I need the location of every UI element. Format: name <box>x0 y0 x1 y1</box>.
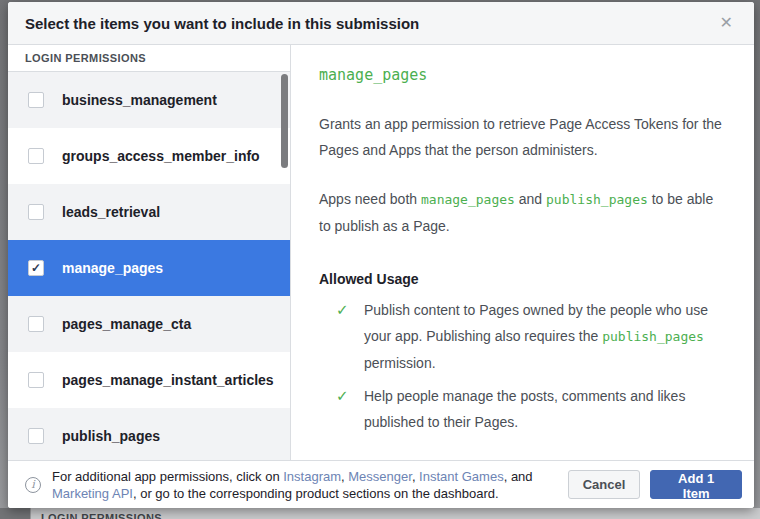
checkbox[interactable] <box>28 148 44 164</box>
checkbox-checked[interactable]: ✓ <box>28 260 44 276</box>
sidebar-item-publish-pages[interactable]: publish_pages <box>8 408 290 460</box>
dialog-header: Select the items you want to include in … <box>8 2 754 45</box>
scrollbar-thumb[interactable] <box>281 74 288 168</box>
inline-code: manage_pages <box>421 192 515 207</box>
dialog-title: Select the items you want to include in … <box>25 15 419 32</box>
background-page: LOGIN PERMISSIONS <box>0 508 760 519</box>
login-permissions-header: LOGIN PERMISSIONS <box>8 45 290 72</box>
instant-games-link[interactable]: Instant Games <box>419 469 504 484</box>
inline-code: publish_pages <box>546 192 648 207</box>
permission-description: Grants an app permission to retrieve Pag… <box>319 111 726 163</box>
cancel-button[interactable]: Cancel <box>568 470 641 499</box>
checkbox[interactable] <box>28 204 44 220</box>
background-section-label: LOGIN PERMISSIONS <box>41 512 162 519</box>
footer-note: For additional app permissions, click on… <box>52 468 568 502</box>
add-item-button[interactable]: Add 1 Item <box>650 470 742 499</box>
checkbox[interactable] <box>28 428 44 444</box>
dialog-footer: i For additional app permissions, click … <box>8 460 754 508</box>
checkbox[interactable] <box>28 92 44 108</box>
permissions-list: business_management groups_access_member… <box>8 72 290 460</box>
close-icon[interactable]: ✕ <box>716 13 737 33</box>
permission-requirement-note: Apps need both manage_pages and publish_… <box>319 186 726 239</box>
allowed-usage-heading: Allowed Usage <box>319 271 726 287</box>
permission-label: groups_access_member_info <box>62 148 260 164</box>
permission-label: publish_pages <box>62 428 160 444</box>
permissions-list-panel: LOGIN PERMISSIONS business_management gr… <box>8 45 291 460</box>
permission-label: manage_pages <box>62 260 163 276</box>
sidebar-item-groups-access-member-info[interactable]: groups_access_member_info <box>8 128 290 184</box>
checkbox[interactable] <box>28 372 44 388</box>
sidebar-item-business-management[interactable]: business_management <box>8 72 290 128</box>
permission-detail-panel: manage_pages Grants an app permission to… <box>291 45 754 460</box>
sidebar-item-leads-retrieval[interactable]: leads_retrieval <box>8 184 290 240</box>
instagram-link[interactable]: Instagram <box>283 469 341 484</box>
dialog-body: LOGIN PERMISSIONS business_management gr… <box>8 45 754 460</box>
info-icon: i <box>25 477 41 493</box>
usage-text: Help people manage the posts, comments a… <box>364 383 726 435</box>
sidebar-item-pages-manage-instant-articles[interactable]: pages_manage_instant_articles <box>8 352 290 408</box>
permission-label: pages_manage_instant_articles <box>62 372 274 388</box>
sidebar-item-pages-manage-cta[interactable]: pages_manage_cta <box>8 296 290 352</box>
marketing-api-link[interactable]: Marketing API <box>52 486 133 501</box>
sidebar-item-manage-pages[interactable]: ✓ manage_pages <box>8 240 290 296</box>
check-icon: ✓ <box>336 297 351 376</box>
permission-label: business_management <box>62 92 217 108</box>
checkbox[interactable] <box>28 316 44 332</box>
usage-text: Publish content to Pages owned by the pe… <box>364 297 726 376</box>
footer-buttons: Cancel Add 1 Item <box>568 470 742 499</box>
submission-dialog: Select the items you want to include in … <box>8 2 754 508</box>
usage-item: ✓ Help people manage the posts, comments… <box>319 383 726 435</box>
inline-code: publish_pages <box>602 329 704 344</box>
check-icon: ✓ <box>336 383 351 435</box>
permission-title: manage_pages <box>319 66 726 84</box>
usage-item: ✓ Publish content to Pages owned by the … <box>319 297 726 376</box>
permission-label: leads_retrieval <box>62 204 160 220</box>
permission-label: pages_manage_cta <box>62 316 191 332</box>
messenger-link[interactable]: Messenger <box>348 469 412 484</box>
